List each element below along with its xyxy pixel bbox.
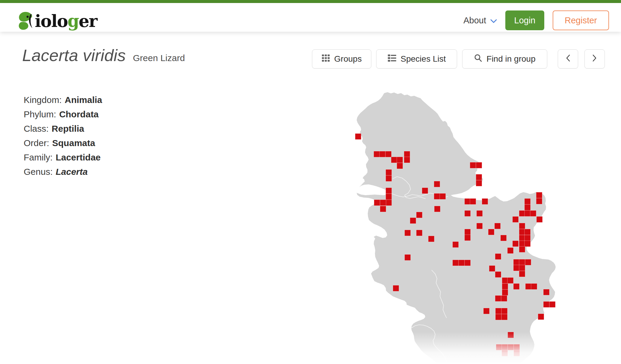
taxonomy-row-family: Family: Lacertidae	[24, 150, 102, 165]
taxonomy-value: Squamata	[52, 138, 95, 148]
occurrence-square	[391, 157, 397, 163]
occurrence-square	[501, 235, 507, 241]
occurrence-square	[524, 198, 530, 204]
butterfly-logo-icon	[19, 11, 34, 31]
taxonomy-list: Kingdom: Animalia Phylum: Chordata Class…	[24, 93, 102, 179]
occurrence-square	[465, 210, 471, 216]
occurrence-square	[428, 236, 434, 242]
occurrence-square	[476, 174, 482, 180]
taxonomy-value: Animalia	[65, 95, 102, 105]
occurrence-square	[495, 272, 501, 277]
grid-icon	[322, 54, 330, 64]
groups-label: Groups	[334, 54, 362, 64]
biologer-logo[interactable]: iologer	[19, 7, 97, 31]
header-nav: About Login Register	[463, 6, 609, 35]
occurrence-square	[514, 344, 520, 350]
occurrence-square	[502, 289, 508, 295]
occurrence-square	[524, 210, 530, 216]
occurrence-square	[513, 283, 519, 289]
taxonomy-label: Kingdom:	[24, 95, 62, 105]
occurrence-square	[482, 198, 488, 204]
occurrence-square	[465, 229, 471, 235]
occurrence-square	[513, 216, 518, 222]
distribution-map	[345, 84, 584, 364]
occurrence-square	[524, 229, 530, 235]
list-icon	[388, 54, 397, 64]
taxonomy-row-phylum: Phylum: Chordata	[24, 107, 102, 122]
occurrence-square	[386, 200, 392, 206]
taxonomy-value: Reptilia	[52, 124, 84, 134]
register-button[interactable]: Register	[553, 10, 609, 30]
occurrence-square	[519, 235, 525, 241]
occurrence-square	[502, 277, 508, 283]
occurrence-square	[470, 162, 476, 168]
occurrence-square	[502, 350, 508, 356]
occurrence-square	[374, 200, 380, 206]
taxonomy-label: Class:	[24, 124, 49, 134]
occurrence-square	[524, 235, 530, 241]
occurrence-square	[538, 314, 544, 320]
chevron-down-icon	[490, 16, 497, 25]
occurrence-square	[501, 295, 507, 301]
occurrence-square	[508, 332, 514, 338]
occurrence-square	[404, 157, 410, 163]
occurrence-square	[380, 206, 386, 212]
about-menu[interactable]: About	[463, 16, 497, 25]
occurrence-square	[524, 204, 530, 210]
find-in-group-button[interactable]: Find in group	[462, 49, 547, 69]
distribution-map-svg	[345, 84, 584, 364]
taxonomy-label: Genus:	[24, 167, 53, 177]
occurrence-square	[404, 151, 410, 157]
occurrence-square	[386, 169, 392, 175]
groups-button[interactable]: Groups	[312, 49, 371, 69]
occurrence-square	[495, 295, 501, 301]
occurrence-square	[496, 344, 502, 350]
occurrence-square	[393, 285, 399, 291]
occurrence-square	[519, 259, 525, 265]
species-list-label: Species List	[401, 54, 446, 64]
occurrence-square	[476, 162, 482, 168]
chevron-right-icon	[593, 54, 597, 64]
occurrence-square	[519, 246, 525, 252]
occurrence-square	[495, 254, 501, 260]
occurrence-square	[519, 271, 525, 277]
occurrence-square	[507, 277, 513, 283]
occurrence-square	[374, 151, 380, 157]
occurrence-square	[519, 241, 525, 247]
occurrence-square	[397, 163, 403, 169]
serbia-outline	[357, 92, 556, 364]
occurrence-square	[386, 175, 392, 181]
occurrence-square	[513, 259, 519, 265]
occurrence-square	[536, 198, 542, 204]
taxonomy-value: Lacertidae	[56, 152, 101, 163]
occurrence-square	[531, 283, 537, 289]
occurrence-square	[519, 229, 525, 235]
find-in-group-label: Find in group	[486, 54, 535, 64]
taxonomy-row-order: Order: Squamata	[24, 136, 102, 150]
species-list-button[interactable]: Species List	[376, 49, 457, 69]
occurrence-square	[355, 134, 361, 139]
occurrence-square	[416, 212, 422, 218]
previous-species-button[interactable]	[558, 49, 578, 69]
occurrence-square	[470, 198, 476, 204]
taxonomy-row-class: Class: Reptilia	[24, 122, 102, 136]
occurrence-square	[489, 266, 495, 272]
occurrence-square	[476, 180, 482, 186]
occurrence-square	[488, 229, 494, 235]
login-button[interactable]: Login	[505, 10, 544, 30]
occurrence-square	[519, 265, 525, 271]
next-species-button[interactable]	[584, 49, 605, 69]
logo-wordmark: iologer	[35, 13, 97, 29]
occurrence-square	[495, 308, 501, 314]
occurrence-square	[379, 151, 385, 157]
occurrence-square	[495, 223, 501, 229]
occurrence-square	[405, 254, 411, 260]
occurrence-square	[495, 314, 501, 320]
occurrence-square	[543, 289, 549, 295]
search-icon	[474, 54, 482, 64]
occurrence-square	[502, 344, 508, 350]
occurrence-square	[453, 242, 459, 248]
occurrence-square	[513, 265, 519, 271]
occurrence-square	[380, 200, 386, 206]
occurrence-square	[410, 218, 416, 224]
